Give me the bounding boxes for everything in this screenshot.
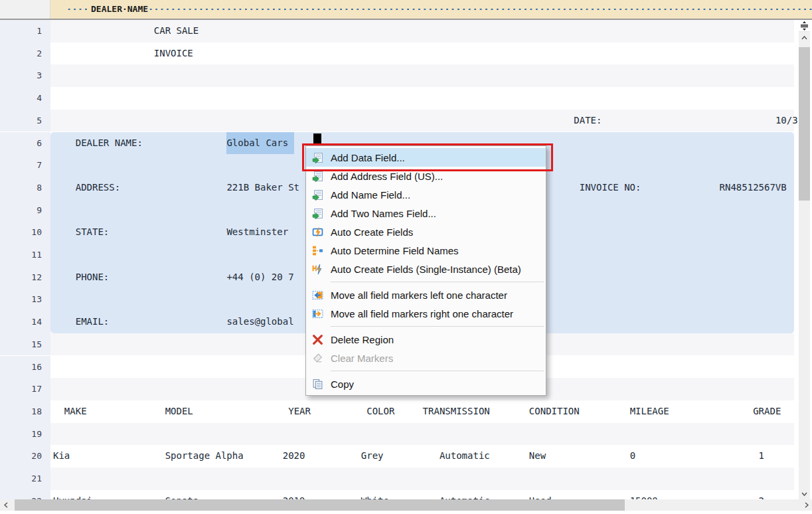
line-number: 8 (0, 177, 50, 199)
line-number: 9 (0, 199, 50, 222)
move-markers-left-icon (311, 289, 323, 301)
line-number: 7 (0, 154, 50, 177)
menu-item-label: Copy (331, 379, 354, 390)
horizontal-scrollbar[interactable] (0, 499, 812, 511)
delete-region-icon (311, 333, 323, 345)
text-segment: Sonata (165, 490, 199, 499)
text-segment: +44 (0) 20 7 (226, 266, 293, 289)
text-segment: Westminster (226, 221, 288, 244)
menu-item-move-all-field-markers-left-one-character[interactable]: Move all field markers left one characte… (306, 286, 546, 304)
line-band (50, 423, 794, 446)
line-number: 17 (0, 378, 50, 400)
line-number: 12 (0, 266, 50, 289)
line-number: 10 (0, 221, 50, 244)
text-segment: 221B Baker St (226, 177, 299, 199)
doc-line[interactable]: 20KiaSportage Alpha2020GreyAutomaticNew0… (0, 445, 799, 468)
horizontal-scrollbar-thumb[interactable] (15, 499, 625, 511)
line-number: 15 (0, 333, 50, 356)
menu-item-delete-region[interactable]: Delete Region (306, 330, 546, 349)
scroll-left-button[interactable] (0, 499, 11, 511)
vertical-scrollbar[interactable] (799, 20, 810, 499)
line-number: 20 (0, 445, 50, 468)
text-segment: MAKE (64, 400, 87, 423)
scroll-right-button[interactable] (801, 499, 812, 511)
doc-line[interactable]: 18MAKEMODELYEARCOLORTRANSMISSIONCONDITIO… (0, 400, 799, 423)
line-number: 16 (0, 356, 50, 379)
text-segment: CAR SALE (154, 20, 199, 43)
menu-item-label: Add Address Field (US)... (331, 171, 443, 182)
menu-item-move-all-field-markers-right-one-character[interactable]: Move all field markers right one charact… (306, 304, 546, 323)
doc-line[interactable]: 2INVOICE (0, 43, 799, 65)
menu-item-add-name-field[interactable]: Add Name Field... (306, 185, 546, 204)
add-two-names-field-icon (311, 207, 323, 219)
menu-item-auto-determine-field-names[interactable]: Auto Determine Field Names (306, 241, 546, 260)
vertical-scrollbar-thumb[interactable] (799, 47, 810, 201)
line-band (50, 445, 794, 468)
selected-text: Global Cars (226, 132, 293, 155)
line-number: 18 (0, 400, 50, 423)
menu-item-add-two-names-field[interactable]: Add Two Names Field... (306, 204, 546, 222)
clear-markers-icon (311, 352, 323, 364)
menu-item-clear-markers: Clear Markers (306, 349, 546, 367)
line-number: 1 (0, 20, 50, 43)
split-view-handle[interactable] (799, 20, 810, 32)
text-segment: 2020 (283, 445, 305, 468)
text-segment: 1 (759, 445, 764, 468)
text-segment: STATE: (76, 221, 110, 244)
text-segment: Used (529, 490, 552, 499)
menu-item-auto-create-fields-single-instance-beta[interactable]: Auto Create Fields (Single-Instance) (Be… (306, 260, 546, 278)
line-band (50, 490, 794, 499)
scroll-down-button[interactable] (799, 488, 810, 499)
line-number: 5 (0, 110, 50, 132)
text-segment: White (361, 490, 389, 499)
chevron-down-icon (801, 492, 807, 496)
auto-determine-field-names-icon (311, 244, 323, 256)
text-segment: 0 (630, 445, 635, 468)
doc-line[interactable]: 5DATE:10/3 (0, 110, 799, 132)
text-cursor (313, 133, 321, 145)
menu-item-label: Add Name Field... (331, 189, 410, 201)
menu-item-add-data-field[interactable]: Add Data Field... (306, 148, 546, 167)
menu-item-label: Auto Create Fields (331, 226, 413, 238)
auto-create-fields-icon (311, 226, 323, 238)
ruler-dots-icon (66, 0, 90, 19)
text-segment: 2019 (283, 490, 305, 499)
menu-item-add-address-field-us[interactable]: Add Address Field (US)... (306, 167, 546, 185)
text-segment: sales@global (226, 311, 293, 333)
line-number: 11 (0, 244, 50, 266)
text-segment: INVOICE NO: (580, 177, 641, 199)
context-menu: Add Data Field...Add Address Field (US).… (305, 145, 546, 396)
ruler-corner (0, 0, 50, 19)
text-segment: RN48512567VB (720, 177, 787, 199)
text-segment: DEALER NAME: (76, 132, 143, 155)
menu-item-copy[interactable]: Copy (306, 375, 546, 393)
doc-line[interactable]: 3 (0, 64, 799, 87)
add-data-field-icon (311, 151, 323, 163)
menu-item-label: Add Data Field... (331, 152, 405, 163)
menu-item-label: Auto Create Fields (Single-Instance) (Be… (331, 264, 521, 275)
text-segment: PHONE: (76, 266, 110, 289)
menu-item-label: Auto Determine Field Names (331, 245, 459, 256)
doc-line[interactable]: 19 (0, 423, 799, 446)
scroll-up-button[interactable] (799, 32, 810, 43)
doc-line[interactable]: 21 (0, 468, 799, 490)
move-markers-right-icon (311, 307, 323, 319)
text-segment: YEAR (288, 400, 311, 423)
doc-line[interactable]: 22HyundaiSonata2019WhiteAutomaticUsed150… (0, 490, 799, 499)
line-band (50, 64, 794, 87)
doc-line[interactable]: 4 (0, 87, 799, 110)
menu-item-auto-create-fields[interactable]: Auto Create Fields (306, 222, 546, 241)
add-name-field-icon (311, 189, 323, 201)
ruler-field-label[interactable]: DEALER·NAME (91, 0, 148, 19)
report-model-designer: DEALER·NAME 1CAR SALE2INVOICE345DATE:10/… (0, 0, 812, 514)
text-segment: Automatic (440, 445, 490, 468)
chevron-up-icon (801, 36, 807, 40)
text-segment: MODEL (165, 400, 193, 423)
auto-create-fields-single-instance-icon (311, 263, 323, 275)
text-segment: INVOICE (154, 43, 193, 65)
text-segment: TRANSMISSION (423, 400, 490, 423)
doc-line[interactable]: 1CAR SALE (0, 20, 799, 43)
text-segment: GRADE (753, 400, 781, 423)
add-address-field-icon (311, 170, 323, 182)
menu-separator (331, 371, 544, 371)
